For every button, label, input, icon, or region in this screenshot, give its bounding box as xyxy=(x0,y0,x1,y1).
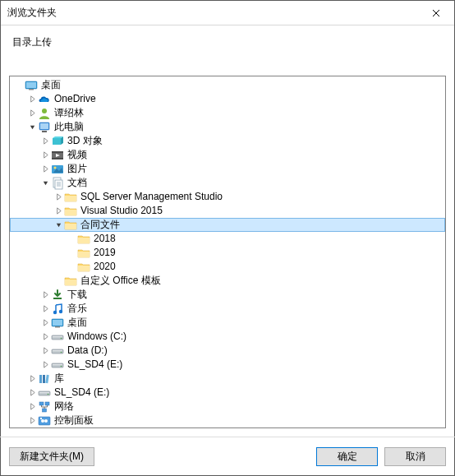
tree-item-customoffice[interactable]: 自定义 Office 模板 xyxy=(10,274,445,288)
ok-button[interactable]: 确定 xyxy=(316,447,378,466)
tree-item-pictures[interactable]: 图片 xyxy=(10,162,445,176)
chevron-right-icon[interactable] xyxy=(39,289,51,301)
tree-item-thispc[interactable]: 此电脑 xyxy=(10,120,445,134)
tree-item-label: 桌面 xyxy=(41,78,61,92)
tree-item-documents[interactable]: 文档 xyxy=(10,176,445,190)
tree-item-y2020[interactable]: 2020 xyxy=(10,260,445,274)
folder-icon xyxy=(64,191,77,204)
folder-tree[interactable]: 桌面OneDrive谭绍林此电脑3D 对象视频图片文档SQL Server Ma… xyxy=(9,76,446,428)
chevron-right-icon[interactable] xyxy=(39,317,51,329)
music-icon xyxy=(51,303,64,316)
tree-item-drived[interactable]: Data (D:) xyxy=(10,344,445,358)
desktop-icon xyxy=(51,317,64,330)
tree-item-user[interactable]: 谭绍林 xyxy=(10,106,445,120)
tree-item-y2018[interactable]: 2018 xyxy=(10,232,445,246)
tree-item-label: 3D 对象 xyxy=(67,134,103,148)
svg-rect-7 xyxy=(53,138,61,145)
tree-item-music[interactable]: 音乐 xyxy=(10,302,445,316)
svg-rect-42 xyxy=(39,392,49,393)
tree-item-contract[interactable]: 合同文件 xyxy=(10,218,445,232)
chevron-right-icon[interactable] xyxy=(39,331,51,343)
svg-rect-5 xyxy=(40,123,48,129)
chevron-right-icon[interactable] xyxy=(39,345,51,357)
tree-item-network[interactable]: 网络 xyxy=(10,400,445,414)
chevron-down-icon[interactable] xyxy=(53,220,64,231)
chevron-right-icon[interactable] xyxy=(53,206,64,217)
thispc-icon xyxy=(38,121,51,134)
svg-rect-2 xyxy=(29,89,34,90)
svg-rect-35 xyxy=(52,363,63,367)
chevron-right-icon[interactable] xyxy=(39,150,51,161)
tree-item-ssms[interactable]: SQL Server Management Studio xyxy=(10,190,445,204)
arrow-blank xyxy=(53,275,64,287)
tree-item-desktop[interactable]: 桌面 xyxy=(10,78,445,92)
tree-item-downloads[interactable]: 下载 xyxy=(10,288,445,302)
svg-rect-32 xyxy=(52,349,63,354)
close-button[interactable] xyxy=(417,1,454,25)
chevron-right-icon[interactable] xyxy=(26,108,38,119)
pictures-icon xyxy=(51,163,64,176)
svg-rect-27 xyxy=(53,320,62,326)
svg-rect-29 xyxy=(52,335,63,340)
tree-item-libraries[interactable]: 库 xyxy=(10,372,445,386)
tree-item-desktop2[interactable]: 桌面 xyxy=(10,316,445,330)
folder-icon xyxy=(64,205,77,218)
tree-item-label: 库 xyxy=(54,372,64,386)
svg-rect-50 xyxy=(40,418,42,419)
svg-rect-46 xyxy=(43,409,47,412)
tree-item-3dobj[interactable]: 3D 对象 xyxy=(10,134,445,148)
tree-item-controlpanel[interactable]: 控制面板 xyxy=(10,414,445,427)
chevron-down-icon[interactable] xyxy=(26,122,38,133)
tree-item-drivee2[interactable]: SL_SD4 (E:) xyxy=(10,386,445,400)
chevron-right-icon[interactable] xyxy=(39,359,51,371)
tree-item-drivec[interactable]: Windows (C:) xyxy=(10,330,445,344)
tree-item-onedrive[interactable]: OneDrive xyxy=(10,92,445,106)
svg-rect-30 xyxy=(53,336,62,337)
tree-item-y2019[interactable]: 2019 xyxy=(10,246,445,260)
tree-item-label: 控制面板 xyxy=(54,414,94,427)
tree-item-label: 视频 xyxy=(67,148,87,162)
tree-item-recyclebin[interactable]: 回收站 xyxy=(10,427,445,428)
tree-item-label: 自定义 Office 模板 xyxy=(80,274,161,288)
desktop-icon xyxy=(25,79,38,92)
arrow-blank xyxy=(66,247,77,259)
tree-item-label: Visual Studio 2015 xyxy=(80,204,163,218)
chevron-down-icon[interactable] xyxy=(39,178,51,189)
tree-item-drivee[interactable]: SL_SD4 (E:) xyxy=(10,358,445,372)
chevron-right-icon[interactable] xyxy=(26,373,38,385)
user-icon xyxy=(38,107,51,120)
folder-icon xyxy=(64,219,77,232)
dialog-title: 浏览文件夹 xyxy=(7,6,57,20)
tree-item-label: 此电脑 xyxy=(54,120,84,134)
tree-item-label: SQL Server Management Studio xyxy=(80,190,223,204)
3d-icon xyxy=(51,135,64,148)
chevron-right-icon[interactable] xyxy=(53,192,64,203)
chevron-right-icon[interactable] xyxy=(26,401,38,413)
chevron-right-icon[interactable] xyxy=(39,303,51,315)
tree-item-vs2015[interactable]: Visual Studio 2015 xyxy=(10,204,445,218)
folder-icon xyxy=(64,275,77,288)
chevron-right-icon[interactable] xyxy=(39,164,51,175)
button-bar: 新建文件夹(M) 确定 取消 xyxy=(0,437,455,476)
tree-item-label: 合同文件 xyxy=(80,218,120,232)
svg-rect-41 xyxy=(39,391,50,395)
titlebar: 浏览文件夹 xyxy=(1,1,454,25)
chevron-right-icon[interactable] xyxy=(39,136,51,147)
svg-point-49 xyxy=(44,419,48,423)
tree-item-label: 下载 xyxy=(67,288,87,302)
new-folder-button[interactable]: 新建文件夹(M) xyxy=(9,447,94,466)
tree-item-label: 图片 xyxy=(67,162,87,176)
svg-point-37 xyxy=(61,365,62,367)
cancel-button[interactable]: 取消 xyxy=(384,447,446,466)
chevron-right-icon[interactable] xyxy=(26,94,38,105)
chevron-right-icon[interactable] xyxy=(26,415,38,427)
tree-item-label: 网络 xyxy=(54,400,74,414)
tree-item-label: Windows (C:) xyxy=(67,330,126,344)
chevron-right-icon[interactable] xyxy=(26,387,38,399)
tree-item-label: 谭绍林 xyxy=(54,106,84,120)
documents-icon xyxy=(51,177,64,190)
svg-rect-6 xyxy=(42,131,47,132)
svg-rect-18 xyxy=(55,180,62,189)
recyclebin-icon xyxy=(38,428,51,429)
tree-item-videos[interactable]: 视频 xyxy=(10,148,445,162)
